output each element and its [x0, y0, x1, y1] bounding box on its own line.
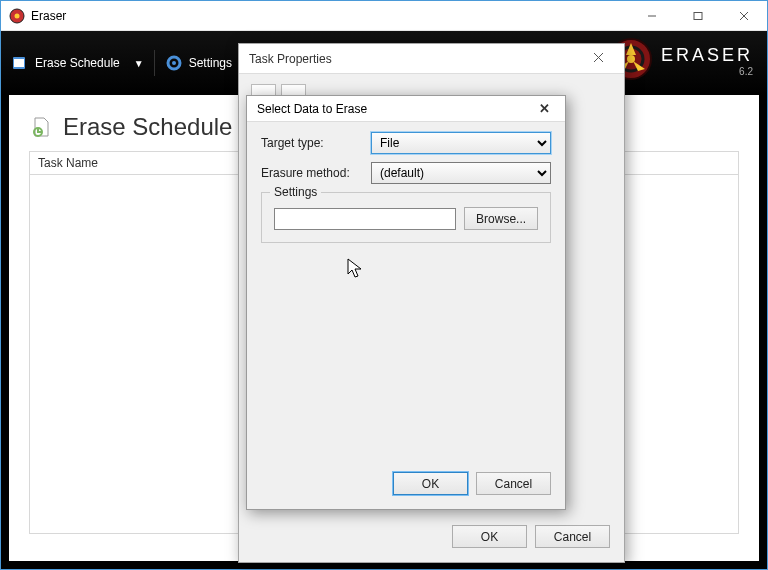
svg-point-1: [15, 13, 20, 18]
erasure-method-label: Erasure method:: [261, 166, 371, 180]
task-dialog-title: Task Properties: [249, 52, 578, 66]
settings-row: Browse...: [274, 207, 538, 230]
select-ok-button[interactable]: OK: [393, 472, 468, 495]
close-button[interactable]: [721, 1, 767, 30]
select-cancel-button[interactable]: Cancel: [476, 472, 551, 495]
target-type-label: Target type:: [261, 136, 371, 150]
select-dialog-titlebar[interactable]: Select Data to Erase ✕: [247, 96, 565, 122]
toolbar-label: Settings: [189, 56, 232, 70]
select-dialog-close-icon[interactable]: ✕: [529, 101, 559, 116]
settings-legend: Settings: [270, 185, 321, 199]
select-dialog-footer: OK Cancel: [247, 472, 565, 509]
app-icon: [9, 8, 25, 24]
minimize-button[interactable]: [629, 1, 675, 30]
settings-fieldset: Settings Browse...: [261, 192, 551, 243]
brand-text: ERASER 6.2: [661, 45, 753, 77]
toolbar-separator: [154, 50, 155, 76]
browse-button[interactable]: Browse...: [464, 207, 538, 230]
gear-icon: [165, 54, 183, 72]
select-dialog-body: Target type: File Erasure method: (defau…: [247, 122, 565, 472]
erasure-method-combo[interactable]: (default): [371, 162, 551, 184]
brand-logo: ERASER 6.2: [609, 37, 753, 84]
schedule-icon: [11, 54, 29, 72]
schedule-dropdown-icon[interactable]: ▼: [134, 58, 144, 69]
task-dialog-footer: OK Cancel: [239, 515, 624, 562]
brand-version: 6.2: [661, 66, 753, 77]
main-titlebar: Eraser: [1, 1, 767, 31]
maximize-button[interactable]: [675, 1, 721, 30]
svg-point-9: [172, 61, 176, 65]
svg-point-12: [627, 55, 635, 63]
row-erasure-method: Erasure method: (default): [261, 162, 551, 184]
window-buttons: [629, 1, 767, 30]
task-cancel-button[interactable]: Cancel: [535, 525, 610, 548]
toolbar-settings[interactable]: Settings: [165, 54, 232, 72]
svg-rect-7: [14, 59, 24, 67]
toolbar-label: Erase Schedule: [35, 56, 120, 70]
row-target-type: Target type: File: [261, 132, 551, 154]
window-title: Eraser: [31, 9, 629, 23]
select-data-dialog: Select Data to Erase ✕ Target type: File…: [246, 95, 566, 510]
target-type-combo[interactable]: File: [371, 132, 551, 154]
path-input[interactable]: [274, 208, 456, 230]
brand-name: ERASER: [661, 45, 753, 66]
task-dialog-close-icon[interactable]: [578, 52, 618, 66]
column-task-name: Task Name: [38, 156, 98, 170]
page-heading-text: Erase Schedule: [63, 113, 232, 141]
task-dialog-titlebar[interactable]: Task Properties: [239, 44, 624, 74]
select-dialog-title: Select Data to Erase: [257, 102, 529, 116]
page-icon: [29, 115, 53, 139]
task-ok-button[interactable]: OK: [452, 525, 527, 548]
toolbar-erase-schedule[interactable]: Erase Schedule: [11, 54, 120, 72]
svg-rect-3: [694, 12, 702, 19]
